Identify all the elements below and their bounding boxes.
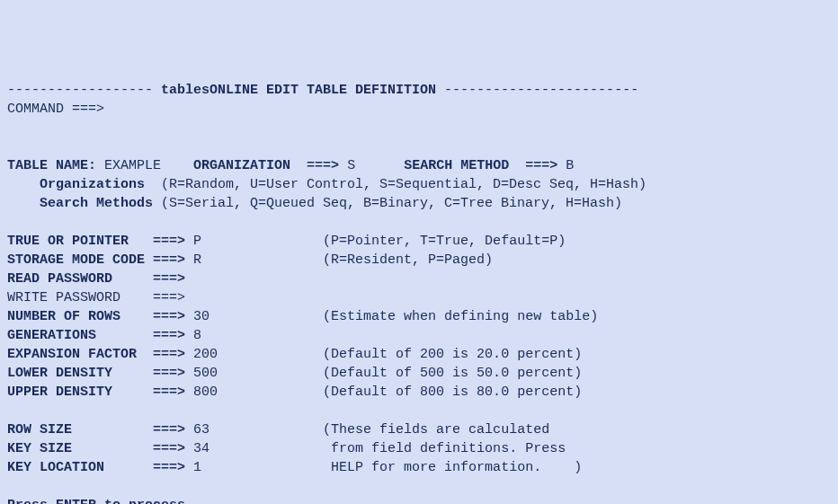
storage-mode-hint: (R=Resident, P=Paged) <box>323 252 493 268</box>
lower-density-hint: (Default of 500 is 50.0 percent) <box>323 366 582 381</box>
command-label: COMMAND ===> <box>7 102 104 117</box>
upper-density-input[interactable]: 800 <box>193 383 290 402</box>
key-location-hint: HELP for more information. ) <box>323 460 582 475</box>
organizations-heading: Organizations <box>7 177 145 192</box>
generations-label: GENERATIONS ===> <box>7 328 185 343</box>
key-size-input[interactable]: 34 <box>193 439 290 458</box>
row-size-label: ROW SIZE ===> <box>7 422 185 438</box>
key-size-hint: from field definitions. Press <box>323 441 566 456</box>
lower-density-label: LOWER DENSITY ===> <box>7 366 185 381</box>
read-password-label: READ PASSWORD ===> <box>7 271 185 287</box>
search-methods-heading: Search Methods <box>7 196 153 211</box>
key-size-label: KEY SIZE ===> <box>7 441 185 456</box>
row-size-input[interactable]: 63 <box>193 420 290 439</box>
generations-input[interactable]: 8 <box>193 326 290 345</box>
expansion-factor-label: EXPANSION FACTOR ===> <box>7 347 185 362</box>
search-method-label: SEARCH METHOD ===> <box>404 158 557 173</box>
key-location-label: KEY LOCATION ===> <box>7 460 185 475</box>
number-of-rows-hint: (Estimate when defining new table) <box>323 309 598 324</box>
header-dash-left: ------------------ <box>7 83 161 98</box>
footer-line1: Press ENTER to process. <box>7 498 193 504</box>
table-name-input[interactable]: EXAMPLE <box>104 156 161 175</box>
key-location-input[interactable]: 1 <box>193 458 290 477</box>
page-title: tablesONLINE EDIT TABLE DEFINITION <box>161 83 436 98</box>
true-or-pointer-hint: (P=Pointer, T=True, Default=P) <box>323 234 566 249</box>
table-name-label: TABLE NAME: <box>7 158 96 173</box>
true-or-pointer-input[interactable]: P <box>193 232 290 251</box>
true-or-pointer-label: TRUE OR POINTER ===> <box>7 234 185 249</box>
lower-density-input[interactable]: 500 <box>193 364 290 383</box>
organization-label: ORGANIZATION ===> <box>193 158 339 173</box>
search-methods-hint: (S=Serial, Q=Queued Seq, B=Binary, C=Tre… <box>153 196 622 211</box>
search-method-input[interactable]: B <box>566 156 574 175</box>
header-dash-right: ------------------------ <box>436 83 638 98</box>
write-password-label: WRITE PASSWORD ===> <box>7 290 185 305</box>
number-of-rows-input[interactable]: 30 <box>193 307 290 326</box>
row-size-hint: (These fields are calculated <box>323 422 549 438</box>
organizations-hint: (R=Random, U=User Control, S=Sequential,… <box>145 177 646 192</box>
storage-mode-label: STORAGE MODE CODE ===> <box>7 252 185 268</box>
expansion-factor-hint: (Default of 200 is 20.0 percent) <box>323 347 582 362</box>
storage-mode-input[interactable]: R <box>193 251 290 270</box>
organization-input[interactable]: S <box>347 156 355 175</box>
upper-density-label: UPPER DENSITY ===> <box>7 385 185 400</box>
number-of-rows-label: NUMBER OF ROWS ===> <box>7 309 185 324</box>
upper-density-hint: (Default of 800 is 80.0 percent) <box>323 385 582 400</box>
expansion-factor-input[interactable]: 200 <box>193 345 290 364</box>
